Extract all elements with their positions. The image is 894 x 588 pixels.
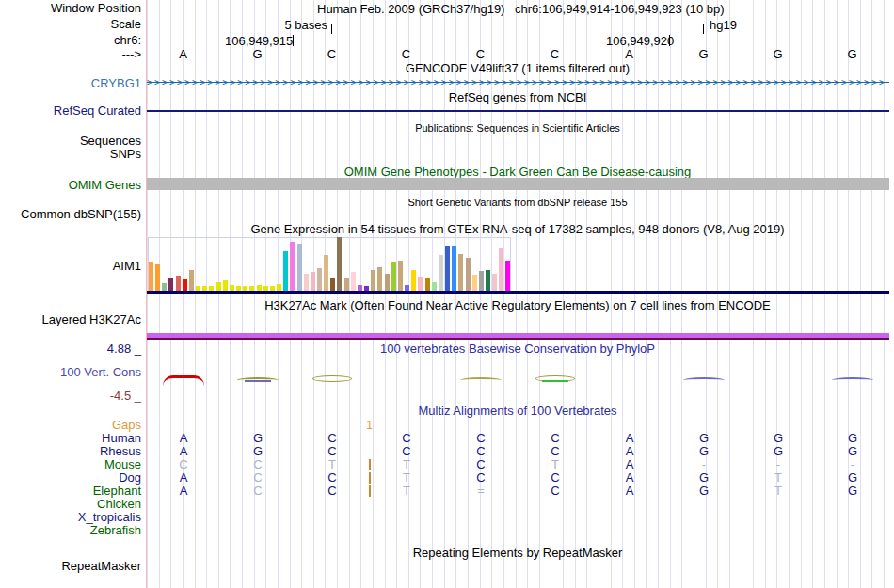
alignment-base[interactable]: C (295, 485, 370, 498)
alignment-base[interactable]: G (667, 485, 742, 498)
alignment-base[interactable]: C (221, 471, 295, 485)
alignment-base[interactable]: G (667, 471, 742, 485)
omim-gene-bar[interactable] (147, 178, 889, 190)
publications-sequences-label[interactable]: Sequences (0, 135, 141, 148)
repeatmasker-label[interactable]: RepeatMasker (0, 560, 141, 573)
alignment-base[interactable]: T (370, 471, 444, 485)
species-label-gaps[interactable]: Gaps (0, 419, 141, 432)
gtex-tissue-bar[interactable] (277, 284, 281, 291)
alignment-base[interactable]: = (444, 485, 519, 498)
gtex-tissue-bar[interactable] (385, 274, 390, 291)
gtex-tissue-bar[interactable] (330, 278, 335, 291)
gtex-tissue-bar[interactable] (425, 278, 430, 291)
gtex-tissue-bar[interactable] (317, 268, 322, 291)
gtex-tissue-bar[interactable] (149, 262, 153, 291)
alignment-base[interactable]: C (444, 458, 519, 471)
gtex-tissue-bar[interactable] (505, 261, 510, 291)
alignment-base[interactable]: T (742, 471, 816, 485)
gtex-tissue-bar[interactable] (311, 272, 315, 291)
alignment-base[interactable]: T (370, 485, 444, 498)
conservation-mark[interactable] (236, 373, 279, 385)
alignment-base[interactable]: C (444, 445, 519, 458)
alignment-base[interactable]: C (519, 445, 593, 458)
gtex-tissue-bar[interactable] (398, 261, 403, 291)
gene-label-crybg1[interactable]: CRYBG1 (0, 77, 141, 90)
alignment-base[interactable]: A (593, 471, 667, 485)
conservation-mark[interactable] (311, 373, 354, 385)
gtex-tissue-bar[interactable] (486, 270, 490, 291)
alignment-base[interactable]: C (370, 432, 444, 445)
gtex-tissue-bar[interactable] (344, 278, 349, 291)
species-label-chicken[interactable]: Chicken (0, 498, 141, 511)
gtex-gene-label-aim1[interactable]: AIM1 (0, 260, 141, 273)
alignment-base[interactable]: C (147, 458, 221, 471)
species-label-dog[interactable]: Dog (0, 471, 141, 485)
gtex-tissue-bar[interactable] (432, 282, 437, 291)
gtex-tissue-bar[interactable] (479, 271, 484, 291)
gtex-tissue-bar[interactable] (466, 258, 471, 291)
conservation-mark[interactable] (534, 373, 577, 385)
layered-h3k27ac-label[interactable]: Layered H3K27Ac (0, 313, 141, 326)
alignment-base[interactable]: A (593, 485, 667, 498)
gtex-tissue-bar[interactable] (304, 274, 309, 291)
gtex-tissue-bar[interactable] (391, 262, 396, 291)
gtex-tissue-bar[interactable] (216, 282, 221, 291)
species-label-x_tropicalis[interactable]: X_tropicalis (0, 511, 141, 524)
alignment-base[interactable]: G (742, 445, 816, 458)
gtex-tissue-bar[interactable] (155, 264, 160, 291)
species-label-mouse[interactable]: Mouse (0, 458, 141, 471)
alignment-base[interactable]: T (295, 458, 370, 471)
species-label-human[interactable]: Human (0, 432, 141, 445)
gtex-tissue-bar[interactable] (439, 255, 443, 291)
alignment-base[interactable]: G (816, 485, 890, 498)
conservation-mark[interactable] (831, 373, 874, 385)
alignment-base[interactable]: A (593, 458, 667, 471)
refseq-curated-label[interactable]: RefSeq Curated (0, 104, 141, 118)
gtex-tissue-bar[interactable] (499, 248, 503, 291)
alignment-base[interactable]: C (444, 471, 519, 485)
gtex-tissue-bar[interactable] (351, 272, 356, 291)
alignment-base[interactable]: G (816, 471, 890, 485)
gtex-tissue-bar[interactable] (452, 246, 456, 291)
alignment-base[interactable]: C (221, 458, 295, 471)
alignment-base[interactable]: - (742, 458, 816, 471)
alignment-base[interactable]: A (147, 445, 221, 458)
conservation-mark[interactable] (459, 373, 503, 385)
alignment-base[interactable]: A (593, 445, 667, 458)
gtex-tissue-bar[interactable] (176, 276, 181, 291)
alignment-base[interactable]: G (667, 445, 742, 458)
gtex-tissue-bar[interactable] (445, 246, 450, 291)
gtex-tissue-bar[interactable] (371, 270, 375, 291)
gtex-tissue-bar[interactable] (168, 278, 173, 291)
gtex-tissue-bar[interactable] (418, 277, 423, 291)
alignment-base[interactable]: - (816, 458, 890, 471)
gtex-tissue-bar[interactable] (411, 270, 416, 291)
alignment-base[interactable]: G (742, 432, 816, 445)
alignment-base[interactable]: T (519, 458, 593, 471)
conservation-mark[interactable] (162, 373, 205, 385)
alignment-base[interactable]: G (221, 432, 295, 445)
alignment-base[interactable]: C (295, 471, 370, 485)
gtex-tissue-bar[interactable] (183, 279, 187, 291)
gtex-tissue-bar[interactable] (297, 244, 302, 291)
alignment-base[interactable]: A (147, 471, 221, 485)
alignment-base[interactable]: G (667, 432, 742, 445)
alignment-base[interactable]: T (742, 485, 816, 498)
gtex-tissue-bar[interactable] (472, 275, 477, 291)
refseq-gene-line[interactable] (147, 110, 889, 112)
gtex-tissue-bar[interactable] (458, 254, 463, 291)
conservation-label[interactable]: 100 Vert. Cons (0, 366, 141, 379)
alignment-base[interactable]: C (295, 445, 370, 458)
gene-direction-arrows[interactable]: >>>>>>>>>>>>>>>>>>>>>>>>>>>>>>>>>>>>>>>>… (147, 77, 889, 89)
gtex-tissue-bar[interactable] (162, 283, 167, 291)
gtex-tissue-bar[interactable] (337, 237, 342, 291)
gtex-tissue-bar[interactable] (290, 242, 295, 291)
species-label-rhesus[interactable]: Rhesus (0, 445, 141, 458)
gtex-tissue-bar[interactable] (492, 274, 497, 291)
species-label-zebrafish[interactable]: Zebrafish (0, 524, 141, 537)
alignment-base[interactable]: G (816, 432, 890, 445)
alignment-base[interactable]: C (295, 432, 370, 445)
alignment-base[interactable]: A (593, 432, 667, 445)
species-label-elephant[interactable]: Elephant (0, 485, 141, 498)
publications-snps-label[interactable]: SNPs (0, 148, 141, 161)
